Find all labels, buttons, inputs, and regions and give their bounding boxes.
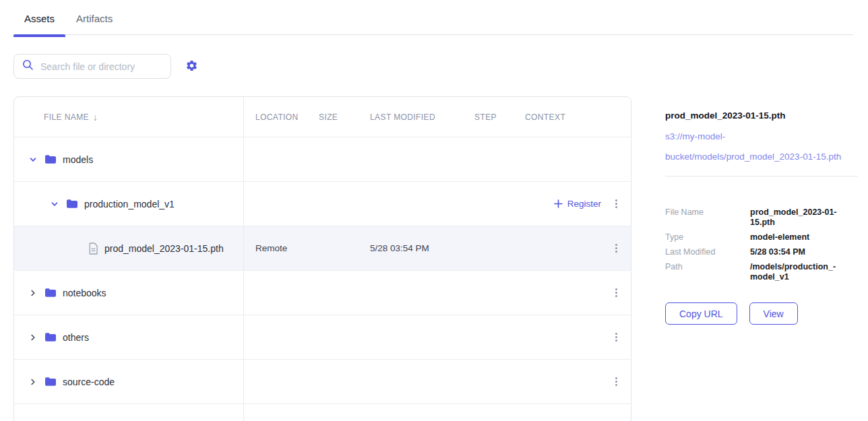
kebab-menu-icon[interactable] bbox=[613, 375, 620, 389]
column-header-last-modified[interactable]: LAST MODIFIED bbox=[358, 112, 462, 122]
tree-item-label[interactable]: prod_model_2023-01-15.pth bbox=[104, 243, 224, 254]
column-header-location[interactable]: LOCATION bbox=[243, 112, 307, 122]
table-row[interactable]: source-code bbox=[14, 360, 631, 404]
tree-item-label[interactable]: production_model_v1 bbox=[84, 199, 175, 209]
column-header-size[interactable]: SIZE bbox=[307, 112, 358, 122]
field-value-type: model-element bbox=[750, 232, 858, 242]
plus-icon bbox=[554, 199, 563, 208]
field-value-last-modified: 5/28 03:54 PM bbox=[750, 247, 858, 257]
search-box[interactable] bbox=[13, 54, 171, 79]
cell-location: Remote bbox=[243, 243, 307, 253]
column-divider bbox=[243, 97, 244, 421]
tree-item[interactable]: models bbox=[14, 154, 243, 165]
details-actions: Copy URL View bbox=[665, 302, 858, 325]
file-icon bbox=[88, 242, 98, 255]
table-row[interactable]: others bbox=[14, 315, 631, 360]
kebab-menu-icon[interactable] bbox=[613, 241, 620, 255]
tree-item-label[interactable]: models bbox=[63, 154, 93, 165]
field-label-last-modified: Last Modified bbox=[665, 247, 750, 257]
field-value-file-name: prod_model_2023-01-15.pth bbox=[750, 207, 858, 228]
header-divider bbox=[13, 34, 853, 35]
search-input[interactable] bbox=[40, 61, 162, 72]
asset-title: prod_model_2023-01-15.pth bbox=[665, 110, 858, 121]
table-row[interactable]: notebooks bbox=[14, 271, 631, 315]
cell-last-modified: 5/28 03:54 PM bbox=[358, 243, 462, 253]
folder-icon bbox=[44, 154, 57, 164]
tree-item-label[interactable]: others bbox=[63, 332, 89, 343]
tree-item-label[interactable]: notebooks bbox=[63, 288, 106, 298]
column-header-context[interactable]: CONTEXT bbox=[513, 112, 601, 122]
register-label: Register bbox=[567, 199, 601, 209]
tree-item[interactable]: notebooks bbox=[14, 288, 243, 298]
column-header-file-name[interactable]: FILE NAME ↓ bbox=[14, 112, 243, 123]
chevron-right-icon[interactable] bbox=[28, 288, 38, 298]
chevron-right-icon[interactable] bbox=[28, 377, 38, 387]
folder-icon bbox=[44, 377, 57, 387]
table-header: FILE NAME ↓ LOCATION SIZE LAST MODIFIED … bbox=[14, 97, 631, 137]
field-value-path: /models/production_-model_v1 bbox=[750, 262, 858, 282]
field-label-path: Path bbox=[665, 262, 750, 282]
tab-bar: Assets Artifacts bbox=[13, 7, 123, 37]
kebab-menu-icon[interactable] bbox=[613, 197, 620, 211]
folder-icon bbox=[44, 332, 57, 342]
details-divider bbox=[665, 176, 858, 176]
details-fields: File Name prod_model_2023-01-15.pth Type… bbox=[665, 207, 858, 282]
chevron-down-icon[interactable] bbox=[49, 199, 60, 209]
tree-item-label[interactable]: source-code bbox=[63, 377, 115, 387]
sort-desc-icon[interactable]: ↓ bbox=[93, 112, 98, 123]
tree-item[interactable]: prod_model_2023-01-15.pth bbox=[14, 242, 243, 255]
copy-url-button[interactable]: Copy URL bbox=[665, 302, 737, 325]
chevron-down-icon[interactable] bbox=[28, 154, 38, 165]
register-button[interactable]: Register bbox=[554, 199, 601, 209]
kebab-menu-icon[interactable] bbox=[613, 330, 620, 344]
folder-icon bbox=[44, 288, 57, 298]
tab-assets[interactable]: Assets bbox=[13, 7, 65, 37]
tree-item[interactable]: source-code bbox=[14, 377, 243, 387]
table-body: models pro bbox=[14, 137, 631, 404]
file-table: FILE NAME ↓ LOCATION SIZE LAST MODIFIED … bbox=[13, 96, 631, 421]
gear-icon bbox=[185, 59, 198, 74]
tree-item[interactable]: others bbox=[14, 332, 243, 343]
tab-artifacts[interactable]: Artifacts bbox=[65, 7, 123, 37]
folder-icon bbox=[66, 199, 78, 209]
table-row[interactable]: prod_model_2023-01-15.pth Remote 5/28 03… bbox=[14, 226, 631, 271]
tree-item[interactable]: production_model_v1 bbox=[14, 199, 243, 209]
asset-details-panel: prod_model_2023-01-15.pth s3://my-model-… bbox=[665, 110, 858, 325]
view-button[interactable]: View bbox=[749, 302, 798, 325]
chevron-right-icon[interactable] bbox=[28, 332, 38, 343]
search-icon bbox=[22, 59, 34, 73]
column-header-step[interactable]: STEP bbox=[462, 112, 513, 122]
table-row[interactable]: production_model_v1 Register bbox=[14, 182, 631, 226]
kebab-menu-icon[interactable] bbox=[613, 286, 620, 300]
settings-button[interactable] bbox=[182, 57, 201, 76]
table-row[interactable]: models bbox=[14, 137, 631, 182]
field-label-file-name: File Name bbox=[665, 207, 750, 228]
field-label-type: Type bbox=[665, 232, 750, 242]
asset-url-link[interactable]: s3://my-model-bucket/models/prod_model_2… bbox=[665, 127, 858, 167]
